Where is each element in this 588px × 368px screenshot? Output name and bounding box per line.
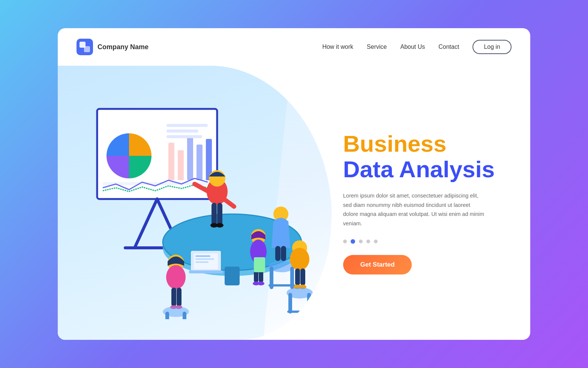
text-side: Business Data Analysis Lorem ipsum dolor…	[332, 66, 530, 340]
dot-5[interactable]	[374, 240, 378, 243]
nav-service[interactable]: Service	[367, 44, 387, 50]
svg-rect-60	[189, 270, 223, 273]
carousel-dots	[343, 239, 508, 244]
svg-rect-9	[178, 150, 184, 180]
svg-rect-43	[288, 293, 292, 314]
dot-3[interactable]	[359, 240, 363, 243]
svg-rect-15	[166, 135, 202, 138]
svg-rect-44	[307, 293, 311, 314]
svg-rect-63	[195, 258, 214, 260]
nav-how-it-work[interactable]: How it work	[322, 44, 353, 50]
hero-title-line1: Business	[343, 131, 508, 157]
svg-point-37	[290, 248, 309, 270]
svg-rect-30	[275, 246, 280, 261]
hero-description: Lorem ipsum dolor sit amet, consectetuer…	[343, 191, 486, 228]
logo-icon	[76, 39, 93, 55]
login-button[interactable]: Log in	[472, 40, 512, 54]
svg-rect-55	[171, 288, 176, 306]
svg-rect-8	[168, 143, 174, 180]
hero-title-line2: Data Analysis	[343, 157, 508, 182]
dot-4[interactable]	[366, 240, 370, 243]
main-content: Business Data Analysis Lorem ipsum dolor…	[58, 66, 530, 340]
header: Company Name How it work Service About U…	[58, 28, 530, 66]
business-illustration	[67, 86, 322, 319]
svg-rect-39	[300, 268, 305, 285]
svg-rect-56	[177, 288, 182, 306]
svg-rect-64	[195, 261, 208, 263]
svg-rect-13	[166, 124, 208, 127]
svg-rect-14	[166, 130, 198, 133]
get-started-button[interactable]: Get Started	[343, 255, 412, 274]
svg-rect-20	[225, 267, 240, 285]
svg-point-25	[216, 223, 224, 228]
svg-rect-23	[217, 203, 222, 225]
svg-rect-22	[212, 203, 217, 225]
svg-rect-10	[187, 135, 193, 180]
svg-rect-52	[254, 257, 265, 272]
nav: How it work Service About Us Contact Log…	[322, 40, 512, 54]
svg-rect-62	[195, 255, 210, 257]
svg-rect-38	[295, 268, 300, 285]
svg-rect-11	[196, 145, 202, 180]
dot-2[interactable]	[351, 239, 355, 244]
dot-1[interactable]	[343, 240, 347, 243]
logo-area: Company Name	[76, 39, 148, 55]
svg-line-4	[135, 199, 157, 248]
main-card: Company Name How it work Service About U…	[58, 28, 530, 340]
svg-point-51	[258, 282, 264, 285]
hero-title: Business Data Analysis	[343, 131, 508, 182]
svg-rect-31	[281, 246, 286, 261]
nav-contact[interactable]: Contact	[438, 44, 459, 50]
svg-rect-67	[183, 312, 186, 319]
svg-rect-2	[84, 46, 90, 52]
company-name: Company Name	[98, 43, 148, 51]
svg-rect-66	[165, 312, 169, 319]
illustration-side	[58, 66, 332, 340]
nav-about-us[interactable]: About Us	[400, 44, 425, 50]
svg-point-54	[166, 265, 186, 289]
